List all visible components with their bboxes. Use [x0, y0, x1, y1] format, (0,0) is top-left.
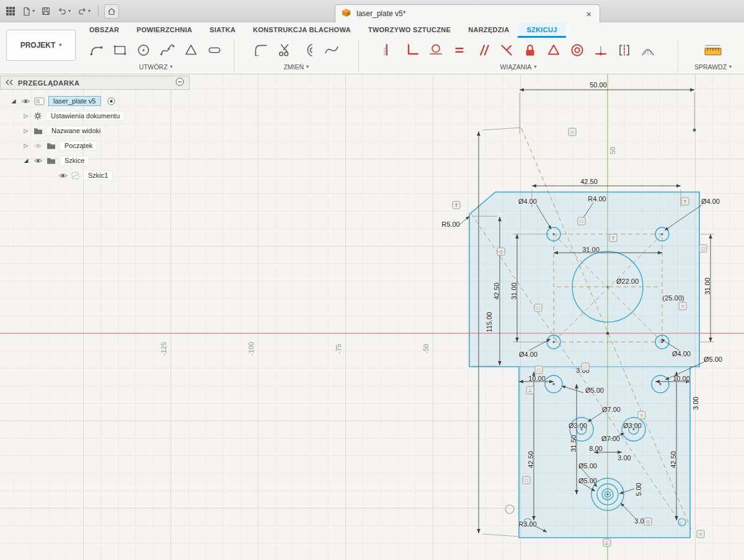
visibility-eye-icon[interactable]: [33, 142, 43, 149]
dimension-label[interactable]: Ø22.00: [616, 278, 639, 285]
dimension-label[interactable]: 8.00: [589, 445, 602, 452]
group-label-sprawdź[interactable]: SPRAWDŹ▾: [694, 63, 732, 71]
tab-konstrukcja-blachowa[interactable]: KONSTRUKCJA BLACHOWA: [244, 22, 360, 38]
visibility-eye-icon[interactable]: [33, 157, 43, 164]
measure-tool[interactable]: [701, 38, 725, 62]
dimension-label[interactable]: Ø4.00: [518, 198, 537, 205]
concentric-constraint[interactable]: [565, 38, 589, 62]
constraint-glyph[interactable]: ○: [569, 128, 577, 136]
curve-tool[interactable]: [320, 38, 343, 62]
rectangle-tool[interactable]: [108, 38, 132, 62]
fillet-tool[interactable]: [249, 38, 273, 62]
constraint-glyph[interactable]: ◇: [497, 248, 505, 256]
constraint-glyph[interactable]: T: [609, 234, 618, 242]
collapse-panel-icon[interactable]: [6, 79, 13, 87]
group-label-zmień[interactable]: ZMIEŃ▾: [283, 63, 309, 71]
browser-item-początek[interactable]: ▷Początek: [0, 138, 190, 153]
browser-item-nazwane-widoki[interactable]: ▷Nazwane widoki: [0, 123, 190, 138]
dimension-label[interactable]: Ø4.00: [519, 351, 538, 358]
app-grid-button[interactable]: [4, 4, 17, 18]
circle-tool[interactable]: [132, 38, 156, 62]
midpoint-constraint[interactable]: [589, 38, 613, 62]
fix-constraint[interactable]: [518, 38, 542, 62]
constraint-glyph[interactable]: □: [534, 304, 542, 312]
tangent-constraint[interactable]: [424, 38, 448, 62]
expand-toggle-icon[interactable]: ▷: [22, 142, 30, 149]
group-label-wiązania[interactable]: WIĄZANIA▾: [500, 63, 537, 71]
group-label-utwórz[interactable]: UTWÓRZ▾: [139, 63, 172, 71]
dimension-label[interactable]: Ø4.00: [672, 350, 691, 357]
constraint-glyph[interactable]: ⊥: [526, 387, 534, 395]
constraint-glyph[interactable]: ⊥: [603, 539, 611, 547]
constraint-glyph[interactable]: □: [523, 476, 531, 484]
curvature-constraint[interactable]: [636, 38, 660, 62]
constraint-glyph[interactable]: □: [578, 217, 586, 225]
dimension-label[interactable]: R4.00: [588, 195, 606, 203]
constraint-glyph[interactable]: =: [697, 530, 705, 538]
dimension-label[interactable]: (25.00): [663, 294, 684, 302]
horizontal-vertical-constraint[interactable]: [377, 38, 401, 62]
spline-tool[interactable]: [156, 38, 179, 62]
constraint-glyph[interactable]: T: [681, 198, 689, 206]
expand-toggle-icon[interactable]: ◢: [10, 98, 17, 104]
constraint-glyph[interactable]: ◇: [644, 518, 652, 526]
constraint-glyph[interactable]: =: [638, 411, 646, 419]
activate-radio-button[interactable]: [107, 97, 115, 105]
perpendicular-corner-constraint[interactable]: [401, 38, 424, 62]
dimension-label[interactable]: 50.00: [590, 81, 607, 89]
symmetry-constraint[interactable]: [613, 38, 636, 62]
file-menu-button[interactable]: ▾: [20, 4, 37, 19]
tab-obszar[interactable]: OBSZAR: [81, 22, 128, 38]
tab-szkicuj[interactable]: SZKICUJ: [518, 22, 565, 38]
browser-item-ustawienia-dokumentu[interactable]: ▷Ustawienia dokumentu: [0, 108, 190, 123]
tab-narzędzia[interactable]: NARZĘDZIA: [459, 22, 518, 38]
browser-item-label[interactable]: Ustawienia dokumentu: [46, 111, 125, 121]
constraint-glyph[interactable]: T: [453, 201, 461, 209]
constraint-glyph[interactable]: □: [699, 245, 707, 253]
dimension-label[interactable]: Ø3.00: [623, 422, 642, 429]
expand-toggle-icon[interactable]: ▷: [22, 128, 30, 134]
expand-toggle-icon[interactable]: ▷: [22, 113, 30, 119]
browser-item-szkice[interactable]: ◢Szkice: [0, 153, 190, 168]
constraint-glyph[interactable]: =: [679, 302, 687, 310]
browser-item-label[interactable]: Nazwane widoki: [46, 126, 105, 136]
polyline-tool[interactable]: [85, 38, 108, 62]
parallel-constraint[interactable]: [471, 38, 495, 62]
dimension-label[interactable]: 31.00: [704, 278, 711, 295]
dimension-label[interactable]: Ø5.00: [585, 387, 604, 394]
dimension-label[interactable]: 31.00: [582, 246, 600, 253]
polygon-constraint[interactable]: [542, 38, 565, 62]
tab-powierzchnia[interactable]: POWIERZCHNIA: [128, 22, 201, 38]
dimension-label[interactable]: 31.50: [570, 435, 577, 452]
dimension-label[interactable]: 3.00: [618, 454, 631, 462]
visibility-eye-icon[interactable]: [58, 172, 68, 179]
browser-header[interactable]: PRZEGLĄDARKA: [0, 76, 190, 90]
dimension-label[interactable]: 42.50: [580, 178, 598, 185]
dimension-label[interactable]: Ø7.00: [601, 435, 620, 442]
dimension-label[interactable]: 10.00: [673, 375, 690, 382]
tab-tworzywo-sztuczne[interactable]: TWORZYWO SZTUCZNE: [360, 22, 459, 38]
undo-button[interactable]: ▾: [55, 4, 73, 18]
dimension-label[interactable]: R5.00: [441, 221, 459, 228]
equal-constraint[interactable]: [448, 38, 471, 62]
constraint-glyph[interactable]: □: [582, 363, 590, 371]
browser-item-laser-plate-v5[interactable]: ◢laser_plate v5: [0, 94, 190, 108]
project-button[interactable]: PROJEKT▾: [6, 30, 76, 61]
offset-tool[interactable]: [296, 38, 320, 62]
browser-item-label[interactable]: laser_plate v5: [48, 96, 101, 106]
dimension-label[interactable]: 3.00: [692, 396, 699, 409]
browser-item-label[interactable]: Szkic1: [83, 170, 113, 180]
dimension-label[interactable]: 115.00: [485, 312, 493, 333]
perpendicular-constraint[interactable]: [495, 38, 518, 62]
browser-item-szkic1[interactable]: Szkic1: [0, 168, 190, 183]
slot-tool[interactable]: [203, 38, 226, 62]
dimension-label[interactable]: 42.50: [493, 282, 500, 300]
dimension-label[interactable]: Ø5.00: [704, 356, 722, 363]
browser-item-label[interactable]: Początek: [60, 141, 97, 151]
document-tab[interactable]: laser_plate v5* ×: [335, 4, 600, 22]
save-button[interactable]: [39, 4, 53, 18]
dimension-label[interactable]: Ø7.00: [602, 406, 621, 413]
dimension-label[interactable]: Ø4.00: [701, 198, 720, 205]
dimension-label[interactable]: 42.50: [527, 451, 534, 468]
tab-siatka[interactable]: SIATKA: [201, 22, 244, 38]
